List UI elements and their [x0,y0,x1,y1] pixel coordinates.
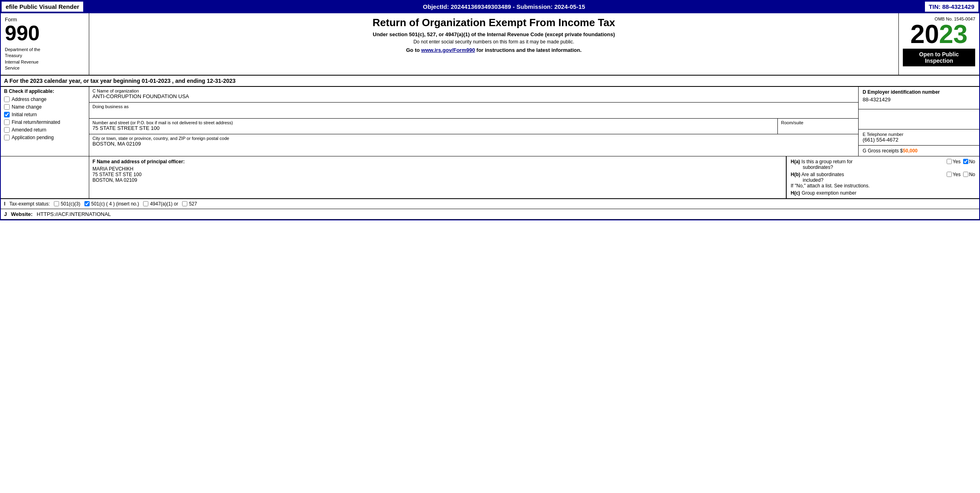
amended-return-label: Amended return [12,127,46,133]
principal-label: F Name and address of principal officer: [92,159,783,164]
tax-exempt-row: I Tax-exempt status: 501(c)(3) 501(c) ( … [1,199,979,209]
hb-no-checkbox[interactable] [963,172,968,177]
amended-return-item: Amended return [4,127,86,133]
ha-no-label: No [963,159,975,164]
name-change-checkbox[interactable] [4,104,10,110]
phone-value: (661) 554-4672 [863,137,975,143]
527-checkbox[interactable] [182,201,187,206]
initial-return-checkbox[interactable] [4,112,10,117]
hb-yes-checkbox[interactable] [947,172,952,177]
ha-yes-checkbox[interactable] [947,159,952,164]
501c3-checkbox[interactable] [54,201,59,206]
website-label-text: Website: [11,211,33,217]
section-cd: C Name of organization ANTI-CORRUPTION F… [89,87,979,156]
dba-label: Doing business as [92,104,855,109]
application-pending-item: Application pending [4,135,86,140]
website-j-label: J [4,211,7,217]
4947a1-item: 4947(a)(1) or [143,201,178,207]
initial-return-label: Initial return [12,112,37,117]
tin: TIN: 88-4321429 [924,1,979,12]
address-change-label: Address change [12,97,47,102]
principal-blank-left [1,156,89,198]
subtitle3-prefix: Go to [406,47,421,53]
year-part1: 20 [910,20,939,49]
section-d: D Employer identification number 88-4321… [859,87,979,156]
ha-text2: subordinates? [791,164,833,170]
section-bcd: B Check if applicable: Address change Na… [1,87,979,156]
dept2: Treasury [5,53,22,58]
subtitle1: Under section 501(c), 527, or 4947(a)(1)… [97,31,890,37]
501c4-item: 501(c) ( 4 ) (insert no.) [84,201,139,207]
tax-exempt-i-label: I [4,201,5,207]
city-value: BOSTON, MA 02109 [92,141,855,148]
gross-value: 50,000 [903,148,918,154]
tax-website-area: I Tax-exempt status: 501(c)(3) 501(c) ( … [1,198,979,220]
gross-label: G Gross receipts $50,000 [863,148,975,154]
ha-label: H(a) [791,159,800,164]
final-return-label: Final return/terminated [12,119,60,125]
application-pending-checkbox[interactable] [4,135,10,140]
form-990-center: Return of Organization Exempt From Incom… [89,13,899,75]
principal-name: MARIA PEVCHIKH [92,166,783,172]
final-return-checkbox[interactable] [4,119,10,125]
open-public: Open to PublicInspection [903,49,975,66]
address-change-checkbox[interactable] [4,97,10,102]
section-c: C Name of organization ANTI-CORRUPTION F… [89,87,859,156]
form-990-left: Form 990 Department of the Treasury Inte… [1,13,89,75]
form-container: efile Public Visual Render ObjectId: 202… [0,0,980,220]
website-row: J Website: HTTPS://ACF.INTERNATIONAL [1,209,979,220]
name-change-item: Name change [4,104,86,110]
ein-value: 88-4321429 [863,97,975,103]
form-number: 990 [5,23,85,43]
room-right: Room/suite [778,119,858,134]
principal-address2: BOSTON, MA 02109 [92,177,783,183]
tax-exempt-label-text: Tax-exempt status: [9,201,50,207]
501c4-checkbox[interactable] [84,201,90,206]
year-part2: 23 [939,20,968,49]
address-left: Number and street (or P.O. box if mail i… [89,119,778,134]
ha-yes-label: Yes [947,159,961,164]
bottom-split: F Name and address of principal officer:… [1,156,979,198]
address-row: Number and street (or P.O. box if mail i… [89,119,858,134]
501c3-item: 501(c)(3) [54,201,80,207]
tax-year-bar: A For the 2023 calendar year, or tax yea… [1,76,979,87]
final-return-item: Final return/terminated [4,119,86,125]
year-display: 2023 [903,21,975,47]
name-change-label: Name change [12,104,42,110]
room-label: Room/suite [781,120,855,125]
dept1: Department of the [5,47,40,52]
initial-return-item: Initial return [4,112,86,117]
section-b: B Check if applicable: Address change Na… [1,87,89,156]
4947a1-checkbox[interactable] [143,201,148,206]
org-name-label: C Name of organization [92,88,855,93]
dba-value [92,109,855,116]
efile-label: efile Public Visual Render [1,1,84,12]
amended-return-checkbox[interactable] [4,127,10,133]
ein-label: D Employer identification number [863,89,975,95]
bottom-left: F Name and address of principal officer:… [1,156,786,198]
527-label: 527 [189,201,197,207]
dept3: Internal Revenue [5,60,39,64]
h-section: H(a) Is this a group return for subordin… [786,156,979,198]
dept4: Service [5,66,20,70]
subtitle3-suffix: for instructions and the latest informat… [475,47,582,53]
address-change-item: Address change [4,97,86,102]
irs-link[interactable]: www.irs.gov/Form990 [421,47,475,53]
org-name-value: ANTI-CORRUPTION FOUNDATION USA [92,93,855,101]
check-label-b: B Check if applicable: [4,88,86,94]
phone-label: E Telephone number [863,132,975,137]
form-990-right: OMB No. 1545-0047 2023 Open to PublicIns… [899,13,979,75]
city-label: City or town, state or province, country… [92,136,855,141]
principal-address1: 75 STATE ST STE 100 [92,172,783,177]
principal-officer: F Name and address of principal officer:… [89,156,786,198]
hc-text: Group exemption number [802,190,856,196]
hb-yes-label: Yes [947,172,961,177]
org-name-row: C Name of organization ANTI-CORRUPTION F… [89,87,858,103]
website-value: HTTPS://ACF.INTERNATIONAL [37,211,111,217]
subtitle2: Do not enter social security numbers on … [97,39,890,45]
subtitle3: Go to www.irs.gov/Form990 for instructio… [97,47,890,53]
ha-no-checkbox[interactable] [963,159,968,164]
hb-label: H(b) [791,172,800,177]
dept-text: Department of the Treasury Internal Reve… [5,47,85,72]
527-item: 527 [182,201,197,207]
